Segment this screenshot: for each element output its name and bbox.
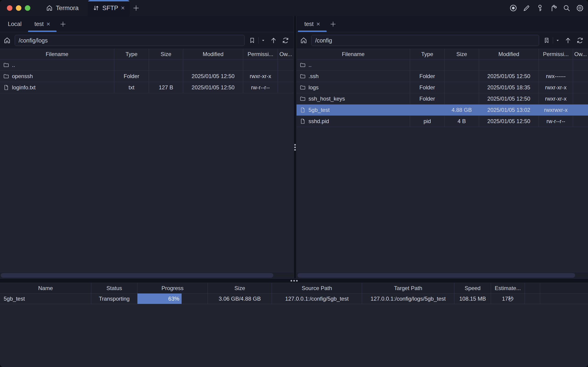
key-icon[interactable] [536, 4, 544, 12]
right-scrollbar-thumb[interactable] [298, 273, 575, 278]
transfer-speed: 108.15 MB [454, 293, 491, 304]
column-header-type[interactable]: Type [410, 49, 444, 59]
left-horizontal-scrollbar [0, 272, 294, 278]
filename: 5gb_test [308, 107, 330, 113]
file-size: 127 B [149, 82, 183, 93]
left-new-tab-button[interactable] [57, 16, 69, 32]
transfers-splitter-handle[interactable] [0, 278, 588, 283]
column-header-estimate[interactable]: Estimate... [491, 283, 525, 293]
file-permissions [243, 59, 278, 70]
keychain-icon[interactable] [549, 4, 558, 12]
left-scrollbar-thumb[interactable] [1, 273, 273, 278]
column-header-size[interactable]: Size [208, 283, 272, 293]
table-row[interactable]: openssh Folder 2025/01/05 12:50 rwxr-xr-… [0, 71, 294, 82]
left-bookmark-dropdown-icon[interactable] [260, 36, 266, 45]
left-path-input[interactable] [15, 35, 245, 46]
file-modified [479, 59, 539, 70]
home-icon [46, 5, 53, 11]
table-row-selected[interactable]: 5gb_test 4.88 GB 2025/01/05 13:02 rwxrwx… [297, 105, 588, 116]
right-horizontal-scrollbar [297, 272, 588, 278]
table-row[interactable]: sshd.pid pid 4 B 2025/01/05 12:50 rw-r--… [297, 116, 588, 127]
record-icon[interactable] [509, 4, 518, 12]
column-header-target-path[interactable]: Target Path [362, 283, 454, 293]
column-header-modified[interactable]: Modified [479, 49, 539, 59]
column-header-size[interactable]: Size [444, 49, 479, 59]
right-path-input[interactable] [311, 35, 539, 46]
close-tab-icon[interactable]: × [316, 21, 320, 27]
close-window-button[interactable] [7, 5, 12, 11]
file-type: Folder [410, 93, 444, 104]
file-permissions: rw-r--r-- [539, 116, 573, 127]
column-header-size[interactable]: Size [149, 49, 183, 59]
file-modified: 2025/01/05 12:50 [479, 93, 539, 104]
right-bookmark-added-icon[interactable] [542, 36, 551, 45]
table-row[interactable]: loginfo.txt txt 127 B 2025/01/05 12:50 r… [0, 82, 294, 93]
settings-gear-icon[interactable] [576, 4, 584, 12]
table-row[interactable]: .. [0, 59, 294, 71]
table-row[interactable]: ssh_host_keys Folder 2025/01/05 12:50 rw… [297, 93, 588, 105]
left-toolbar [0, 32, 294, 49]
filename: .ssh [308, 73, 319, 79]
table-row[interactable]: .. [297, 59, 588, 71]
search-icon[interactable] [562, 4, 571, 12]
column-header-permissions[interactable]: Permissi... [243, 49, 278, 59]
splitter-grip-dot [294, 149, 296, 151]
column-header-owner[interactable]: Ow... [573, 49, 588, 59]
column-header-filename[interactable]: Filename [0, 49, 114, 59]
table-row[interactable]: .ssh Folder 2025/01/05 12:50 rwx------ [297, 71, 588, 82]
close-tab-icon[interactable]: × [46, 21, 50, 27]
edit-pencil-icon[interactable] [522, 4, 531, 12]
right-home-button[interactable] [299, 36, 308, 45]
file-type: Folder [410, 82, 444, 93]
file-type: Folder [410, 71, 444, 82]
column-header-progress[interactable]: Progress [137, 283, 208, 293]
transfer-row[interactable]: 5gb_test Transporting 63% 3.06 GB/4.88 G… [0, 293, 588, 304]
pane-splitter-handle[interactable] [294, 16, 297, 278]
tab-test-right-label: test [304, 21, 314, 27]
file-size: 4.88 GB [444, 105, 479, 116]
column-header-name[interactable]: Name [0, 283, 91, 293]
right-file-pane: test × [297, 16, 588, 278]
file-modified: 2025/01/05 12:50 [183, 71, 243, 82]
column-header-filename[interactable]: Filename [297, 49, 410, 59]
column-header-modified[interactable]: Modified [183, 49, 243, 59]
column-header-owner[interactable]: Ow... [278, 49, 294, 59]
column-header-permissions[interactable]: Permissi... [539, 49, 573, 59]
file-size [149, 59, 183, 70]
splitter-grip-dot [294, 147, 296, 148]
zoom-window-button[interactable] [25, 5, 30, 11]
file-modified: 2025/01/05 12:50 [479, 71, 539, 82]
left-refresh-button[interactable] [281, 36, 290, 45]
left-home-button[interactable] [3, 36, 11, 45]
transfer-source-path: 127.0.0.1:/config/5gb_test [272, 293, 362, 304]
right-new-tab-button[interactable] [327, 16, 340, 32]
left-bookmark-icon[interactable] [248, 36, 256, 45]
minimize-window-button[interactable] [16, 5, 21, 11]
folder-icon [300, 96, 306, 102]
tab-test-right[interactable]: test × [298, 16, 327, 32]
app-home-tab[interactable]: Termora [45, 0, 80, 16]
column-header-speed[interactable]: Speed [454, 283, 491, 293]
file-icon [300, 118, 306, 124]
right-bookmark-dropdown-icon[interactable] [555, 36, 560, 45]
file-modified: 2025/01/05 12:50 [183, 82, 243, 93]
transfer-name: 5gb_test [0, 293, 91, 304]
column-header-type[interactable]: Type [114, 49, 149, 59]
tab-sftp[interactable]: SFTP × [88, 0, 130, 16]
right-parent-dir-button[interactable] [564, 36, 572, 45]
table-row[interactable]: logs Folder 2025/01/05 18:35 rwxr-xr-x [297, 82, 588, 93]
left-parent-dir-button[interactable] [269, 36, 278, 45]
close-sftp-tab-icon[interactable]: × [121, 5, 125, 11]
right-toolbar [297, 32, 588, 49]
tab-test-left[interactable]: test × [28, 16, 57, 32]
file-type [410, 105, 444, 116]
tab-local[interactable]: Local [1, 16, 28, 32]
left-file-pane: Local test × [0, 16, 294, 278]
right-pane-tabs: test × [297, 16, 588, 32]
file-type: txt [114, 82, 149, 93]
right-refresh-button[interactable] [576, 36, 584, 45]
column-header-source-path[interactable]: Source Path [272, 283, 362, 293]
column-header-status[interactable]: Status [91, 283, 137, 293]
transfers-empty-area [0, 304, 588, 362]
new-window-tab-button[interactable] [130, 0, 143, 16]
